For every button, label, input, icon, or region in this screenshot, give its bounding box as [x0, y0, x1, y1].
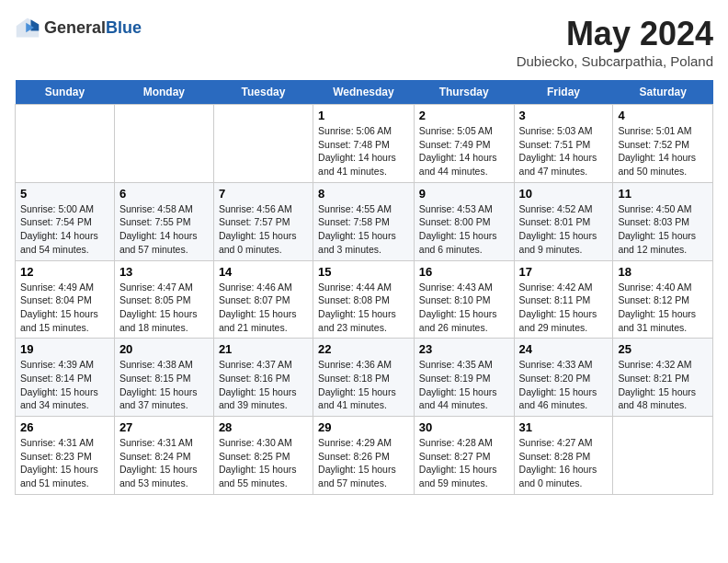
- calendar-cell: 8Sunrise: 4:55 AM Sunset: 7:58 PM Daylig…: [313, 182, 415, 260]
- title-block: May 2024 Dubiecko, Subcarpathia, Poland: [517, 15, 713, 69]
- cell-content: Sunrise: 4:53 AM Sunset: 8:00 PM Dayligh…: [419, 202, 509, 257]
- cell-content: Sunrise: 4:55 AM Sunset: 7:58 PM Dayligh…: [318, 202, 409, 257]
- logo-text: GeneralBlue: [44, 18, 142, 38]
- calendar-cell: 17Sunrise: 4:42 AM Sunset: 8:11 PM Dayli…: [514, 260, 613, 339]
- cell-content: Sunrise: 5:06 AM Sunset: 7:48 PM Dayligh…: [318, 124, 409, 178]
- date-number: 19: [20, 342, 109, 356]
- calendar-table: SundayMondayTuesdayWednesdayThursdayFrid…: [15, 80, 713, 495]
- cell-content: Sunrise: 4:44 AM Sunset: 8:08 PM Dayligh…: [318, 281, 409, 335]
- calendar-cell: 29Sunrise: 4:29 AM Sunset: 8:26 PM Dayli…: [313, 417, 415, 495]
- calendar-location: Dubiecko, Subcarpathia, Poland: [517, 53, 713, 69]
- calendar-cell: 31Sunrise: 4:27 AM Sunset: 8:28 PM Dayli…: [514, 417, 613, 495]
- calendar-cell: 25Sunrise: 4:32 AM Sunset: 8:21 PM Dayli…: [613, 339, 713, 417]
- cell-content: Sunrise: 4:38 AM Sunset: 8:15 PM Dayligh…: [119, 358, 209, 412]
- date-number: 13: [119, 265, 209, 279]
- date-number: 31: [519, 420, 609, 434]
- date-number: 29: [318, 420, 409, 434]
- date-number: 26: [20, 420, 109, 434]
- calendar-cell: 24Sunrise: 4:33 AM Sunset: 8:20 PM Dayli…: [514, 339, 613, 417]
- date-number: 16: [419, 265, 509, 279]
- calendar-cell: 2Sunrise: 5:05 AM Sunset: 7:49 PM Daylig…: [414, 105, 514, 183]
- date-number: 3: [519, 109, 609, 122]
- cell-content: Sunrise: 4:33 AM Sunset: 8:20 PM Dayligh…: [519, 358, 609, 412]
- calendar-cell: [16, 105, 115, 183]
- calendar-cell: 23Sunrise: 4:35 AM Sunset: 8:19 PM Dayli…: [414, 339, 514, 417]
- cell-content: Sunrise: 4:28 AM Sunset: 8:27 PM Dayligh…: [419, 436, 509, 490]
- calendar-cell: 12Sunrise: 4:49 AM Sunset: 8:04 PM Dayli…: [16, 260, 115, 339]
- calendar-cell: 19Sunrise: 4:39 AM Sunset: 8:14 PM Dayli…: [16, 339, 115, 417]
- calendar-cell: 11Sunrise: 4:50 AM Sunset: 8:03 PM Dayli…: [613, 182, 713, 260]
- cell-content: Sunrise: 4:40 AM Sunset: 8:12 PM Dayligh…: [618, 281, 708, 335]
- cell-content: Sunrise: 4:35 AM Sunset: 8:19 PM Dayligh…: [419, 358, 509, 412]
- svg-marker-1: [31, 19, 40, 30]
- calendar-cell: 30Sunrise: 4:28 AM Sunset: 8:27 PM Dayli…: [414, 417, 514, 495]
- cell-content: Sunrise: 4:31 AM Sunset: 8:23 PM Dayligh…: [20, 436, 109, 490]
- weekday-header-friday: Friday: [514, 80, 613, 105]
- cell-content: Sunrise: 4:50 AM Sunset: 8:03 PM Dayligh…: [618, 202, 708, 257]
- date-number: 5: [20, 187, 109, 201]
- weekday-header-tuesday: Tuesday: [213, 80, 313, 105]
- calendar-cell: 16Sunrise: 4:43 AM Sunset: 8:10 PM Dayli…: [414, 260, 514, 339]
- date-number: 12: [20, 265, 109, 279]
- calendar-week-4: 19Sunrise: 4:39 AM Sunset: 8:14 PM Dayli…: [16, 339, 713, 417]
- cell-content: Sunrise: 5:00 AM Sunset: 7:54 PM Dayligh…: [20, 202, 109, 257]
- date-number: 9: [419, 187, 509, 201]
- cell-content: Sunrise: 4:39 AM Sunset: 8:14 PM Dayligh…: [20, 358, 109, 412]
- calendar-cell: 18Sunrise: 4:40 AM Sunset: 8:12 PM Dayli…: [613, 260, 713, 339]
- date-number: 17: [519, 265, 609, 279]
- cell-content: Sunrise: 4:43 AM Sunset: 8:10 PM Dayligh…: [419, 281, 509, 335]
- cell-content: Sunrise: 4:36 AM Sunset: 8:18 PM Dayligh…: [318, 358, 409, 412]
- calendar-week-1: 1Sunrise: 5:06 AM Sunset: 7:48 PM Daylig…: [16, 105, 713, 183]
- date-number: 24: [519, 342, 609, 356]
- date-number: 25: [618, 342, 708, 356]
- weekday-header-wednesday: Wednesday: [313, 80, 415, 105]
- calendar-cell: 9Sunrise: 4:53 AM Sunset: 8:00 PM Daylig…: [414, 182, 514, 260]
- logo-general: General: [44, 18, 106, 37]
- cell-content: Sunrise: 4:47 AM Sunset: 8:05 PM Dayligh…: [119, 281, 209, 335]
- weekday-header-sunday: Sunday: [16, 80, 115, 105]
- calendar-cell: 3Sunrise: 5:03 AM Sunset: 7:51 PM Daylig…: [514, 105, 613, 183]
- calendar-cell: 1Sunrise: 5:06 AM Sunset: 7:48 PM Daylig…: [313, 105, 415, 183]
- calendar-title: May 2024: [517, 15, 713, 53]
- page-header: GeneralBlue May 2024 Dubiecko, Subcarpat…: [15, 15, 713, 69]
- cell-content: Sunrise: 4:37 AM Sunset: 8:16 PM Dayligh…: [219, 358, 308, 412]
- calendar-cell: 26Sunrise: 4:31 AM Sunset: 8:23 PM Dayli…: [16, 417, 115, 495]
- cell-content: Sunrise: 4:27 AM Sunset: 8:28 PM Dayligh…: [519, 436, 609, 490]
- cell-content: Sunrise: 4:32 AM Sunset: 8:21 PM Dayligh…: [618, 358, 708, 412]
- calendar-cell: 15Sunrise: 4:44 AM Sunset: 8:08 PM Dayli…: [313, 260, 415, 339]
- date-number: 6: [119, 187, 209, 201]
- weekday-header-thursday: Thursday: [414, 80, 514, 105]
- calendar-cell: 5Sunrise: 5:00 AM Sunset: 7:54 PM Daylig…: [16, 182, 115, 260]
- date-number: 27: [119, 420, 209, 434]
- date-number: 14: [219, 265, 308, 279]
- date-number: 21: [219, 342, 308, 356]
- calendar-week-3: 12Sunrise: 4:49 AM Sunset: 8:04 PM Dayli…: [16, 260, 713, 339]
- weekday-header-row: SundayMondayTuesdayWednesdayThursdayFrid…: [16, 80, 713, 105]
- date-number: 28: [219, 420, 308, 434]
- weekday-header-saturday: Saturday: [613, 80, 713, 105]
- date-number: 11: [618, 187, 708, 201]
- weekday-header-monday: Monday: [114, 80, 213, 105]
- date-number: 2: [419, 109, 509, 122]
- calendar-week-2: 5Sunrise: 5:00 AM Sunset: 7:54 PM Daylig…: [16, 182, 713, 260]
- date-number: 30: [419, 420, 509, 434]
- date-number: 15: [318, 265, 409, 279]
- date-number: 1: [318, 109, 409, 122]
- calendar-cell: 6Sunrise: 4:58 AM Sunset: 7:55 PM Daylig…: [114, 182, 213, 260]
- cell-content: Sunrise: 5:01 AM Sunset: 7:52 PM Dayligh…: [618, 124, 708, 178]
- calendar-cell: 20Sunrise: 4:38 AM Sunset: 8:15 PM Dayli…: [114, 339, 213, 417]
- cell-content: Sunrise: 4:30 AM Sunset: 8:25 PM Dayligh…: [219, 436, 308, 490]
- calendar-cell: 4Sunrise: 5:01 AM Sunset: 7:52 PM Daylig…: [613, 105, 713, 183]
- cell-content: Sunrise: 5:03 AM Sunset: 7:51 PM Dayligh…: [519, 124, 609, 178]
- cell-content: Sunrise: 4:52 AM Sunset: 8:01 PM Dayligh…: [519, 202, 609, 257]
- date-number: 8: [318, 187, 409, 201]
- date-number: 18: [618, 265, 708, 279]
- calendar-cell: 13Sunrise: 4:47 AM Sunset: 8:05 PM Dayli…: [114, 260, 213, 339]
- date-number: 7: [219, 187, 308, 201]
- calendar-cell: [613, 417, 713, 495]
- calendar-cell: 28Sunrise: 4:30 AM Sunset: 8:25 PM Dayli…: [213, 417, 313, 495]
- calendar-cell: 27Sunrise: 4:31 AM Sunset: 8:24 PM Dayli…: [114, 417, 213, 495]
- calendar-cell: 22Sunrise: 4:36 AM Sunset: 8:18 PM Dayli…: [313, 339, 415, 417]
- date-number: 4: [618, 109, 708, 122]
- date-number: 23: [419, 342, 509, 356]
